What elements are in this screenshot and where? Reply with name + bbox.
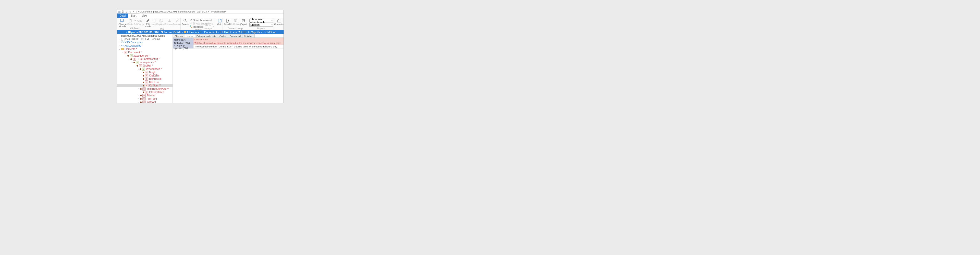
dtab-codes[interactable]: Codes bbox=[218, 34, 228, 38]
remove-button[interactable]: Remove bbox=[173, 18, 181, 25]
breadcrumb-document[interactable]: EDocument› bbox=[202, 31, 219, 34]
show-usage-button[interactable]: Show usage▾ bbox=[201, 25, 215, 28]
expand-icon[interactable]: › bbox=[119, 41, 121, 44]
tree-intrbksttlmdt[interactable]: EIntrBkSttlmDt bbox=[117, 90, 172, 94]
tree-document[interactable]: ⌄EDocument * bbox=[117, 51, 172, 54]
tree-credttm[interactable]: ECreDtTm bbox=[117, 74, 172, 77]
tab-file[interactable]: Datei bbox=[117, 14, 128, 18]
tree-seq3[interactable]: ⌄sxs:sequence * bbox=[117, 67, 172, 71]
edit-mode-button[interactable]: Edit mode bbox=[145, 18, 151, 28]
export-button[interactable]: Export bbox=[240, 18, 247, 25]
prop-row-name[interactable]: Name (EN) Control Sum bbox=[173, 38, 283, 41]
tree-schema[interactable]: ›pacs.008.001.09; XML Schema bbox=[117, 38, 172, 41]
paste-button[interactable]: Paste bbox=[127, 18, 133, 25]
tree-sttlminf[interactable]: ›ESttlmInf bbox=[117, 94, 172, 97]
collapse-icon[interactable]: ⌄ bbox=[134, 65, 136, 67]
tree-xsd-types[interactable]: ›XSD Data types bbox=[117, 41, 172, 44]
nav-forward-icon[interactable]: → bbox=[122, 31, 125, 34]
breadcrumb-root[interactable]: pacs.008.001.09; XML Schema; Guide› bbox=[128, 31, 183, 34]
prop-val[interactable]: Total of all individual amounts included… bbox=[193, 41, 283, 45]
tree-pmttpinf[interactable]: ›EPmtTpInf bbox=[117, 97, 172, 100]
tree-ctrlsum[interactable]: ECtrlSum ** bbox=[117, 84, 172, 87]
qat-dropdown-icon[interactable]: ▾ bbox=[132, 11, 135, 13]
sequence-badge: s bbox=[130, 54, 133, 57]
rename-button[interactable]: Rename bbox=[166, 18, 173, 25]
nav-back-icon[interactable]: ← bbox=[118, 31, 121, 34]
tree-ttlintrbksttlmamt[interactable]: ›ETtlIntrBkSttlmAmt ** bbox=[117, 87, 172, 90]
mod-dot-icon bbox=[143, 85, 144, 86]
element-badge: E bbox=[145, 78, 148, 81]
dtab-external-code-lists[interactable]: External code lists bbox=[195, 34, 218, 38]
expand-icon[interactable]: › bbox=[138, 98, 140, 100]
duplicate-button[interactable]: Duplicate bbox=[157, 18, 165, 25]
search-button[interactable]: Search bbox=[182, 18, 189, 25]
filter-combo[interactable]: Show used objects only▾ bbox=[249, 19, 273, 22]
element-badge: E bbox=[142, 101, 146, 103]
qat-undo-icon[interactable] bbox=[125, 11, 128, 13]
expand-icon[interactable]: › bbox=[138, 88, 140, 90]
svg-rect-0 bbox=[118, 11, 121, 11]
schema-icon bbox=[118, 35, 121, 37]
mod-dot-icon bbox=[137, 65, 138, 67]
search-forward-button[interactable]: Search forward bbox=[189, 18, 215, 22]
group-clipboard: Clipboard bbox=[127, 27, 143, 30]
tree-root[interactable]: pacs.008.001.09; XML Schema; Guide bbox=[117, 34, 172, 38]
cut-button[interactable]: ✂Cut bbox=[134, 19, 145, 22]
prop-val[interactable]: Control Sum bbox=[193, 38, 283, 41]
breadcrumb-grphdr[interactable]: EGrpHdr› bbox=[248, 31, 262, 34]
collapse-icon[interactable]: ⌄ bbox=[128, 58, 130, 60]
tree-ft[interactable]: ⌄EFIToFICstmrCdtTrf * bbox=[117, 57, 172, 61]
element-badge: E bbox=[142, 87, 146, 90]
nav-up-icon[interactable]: ↑ bbox=[126, 31, 127, 34]
dtab-enhanced[interactable]: Enhanced bbox=[228, 34, 242, 38]
check-button[interactable]: Check bbox=[224, 18, 231, 25]
publishing-button[interactable]: Publishing bbox=[231, 18, 240, 25]
breadcrumb-ft[interactable]: EFIToFICstmrCdtTrf› bbox=[220, 31, 247, 34]
tree-seq1[interactable]: ⌄sxs:sequence * bbox=[117, 54, 172, 57]
tree-seq2[interactable]: ⌄sxs:sequence * bbox=[117, 61, 172, 64]
collapse-icon[interactable]: ⌄ bbox=[137, 68, 139, 70]
qat-redo-icon[interactable] bbox=[129, 11, 131, 13]
qat-btn-1[interactable] bbox=[122, 11, 124, 13]
tab-start[interactable]: Start bbox=[128, 14, 139, 18]
operation-button[interactable]: Operation bbox=[275, 18, 283, 25]
tab-view[interactable]: View bbox=[139, 14, 150, 18]
collapse-icon[interactable]: ⌄ bbox=[122, 51, 124, 54]
tree-grphdr[interactable]: ⌄EGrpHdr * bbox=[117, 64, 172, 67]
collapse-icon[interactable]: ⌄ bbox=[131, 61, 133, 63]
expand-icon[interactable]: › bbox=[138, 101, 140, 103]
mod-dot-icon bbox=[143, 75, 144, 76]
tree-xml-attrs[interactable]: ›XML Attributes bbox=[117, 44, 172, 48]
collapse-icon[interactable]: ⌄ bbox=[125, 55, 127, 57]
tree-instgagt[interactable]: ›EInstgAgt bbox=[117, 100, 172, 103]
new-button[interactable]: New bbox=[151, 18, 157, 25]
prop-row-company-specific[interactable]: Company-specific (EN) The optional eleme… bbox=[173, 45, 283, 48]
element-badge: E bbox=[142, 94, 146, 97]
tree-pane[interactable]: pacs.008.001.09; XML Schema; Guide ›pacs… bbox=[117, 34, 173, 103]
tree-btchbookg[interactable]: EBtchBookg bbox=[117, 77, 172, 81]
prop-val[interactable]: The optional element "Control Sum" shall… bbox=[193, 45, 283, 48]
language-combo[interactable]: English▾ bbox=[249, 23, 273, 27]
copy-button[interactable]: Copy bbox=[134, 22, 145, 26]
tree-msgid[interactable]: EMsgId bbox=[117, 71, 172, 74]
dtab-notes[interactable]: Notes bbox=[185, 34, 195, 38]
tree-elements[interactable]: ⌄Elements * bbox=[117, 48, 172, 51]
breadcrumb-ctrlsum[interactable]: ECtrlSum bbox=[263, 31, 275, 34]
svg-rect-8 bbox=[135, 23, 137, 25]
copy-icon bbox=[134, 23, 137, 25]
ancestors-icon bbox=[190, 22, 192, 24]
expand-icon[interactable]: › bbox=[119, 38, 121, 40]
breadcrumb-elements[interactable]: Elements› bbox=[184, 31, 200, 34]
change-window-button[interactable]: Change window bbox=[118, 18, 127, 28]
link-icon bbox=[121, 41, 124, 44]
expand-icon[interactable]: › bbox=[138, 94, 140, 97]
change-window-icon bbox=[120, 18, 125, 23]
expand-icon[interactable]: › bbox=[119, 44, 121, 47]
collapse-icon[interactable]: ⌄ bbox=[119, 48, 121, 50]
dtab-element[interactable]: Element bbox=[173, 34, 185, 38]
window-title: XML schema: pacs.008.001.09; XML Schema;… bbox=[138, 10, 226, 13]
dtab-children[interactable]: Children bbox=[242, 34, 255, 38]
svg-point-16 bbox=[184, 19, 186, 21]
goto-button[interactable]: Goto bbox=[217, 18, 222, 25]
tree-nboftxs[interactable]: ENbOfTxs bbox=[117, 81, 172, 84]
